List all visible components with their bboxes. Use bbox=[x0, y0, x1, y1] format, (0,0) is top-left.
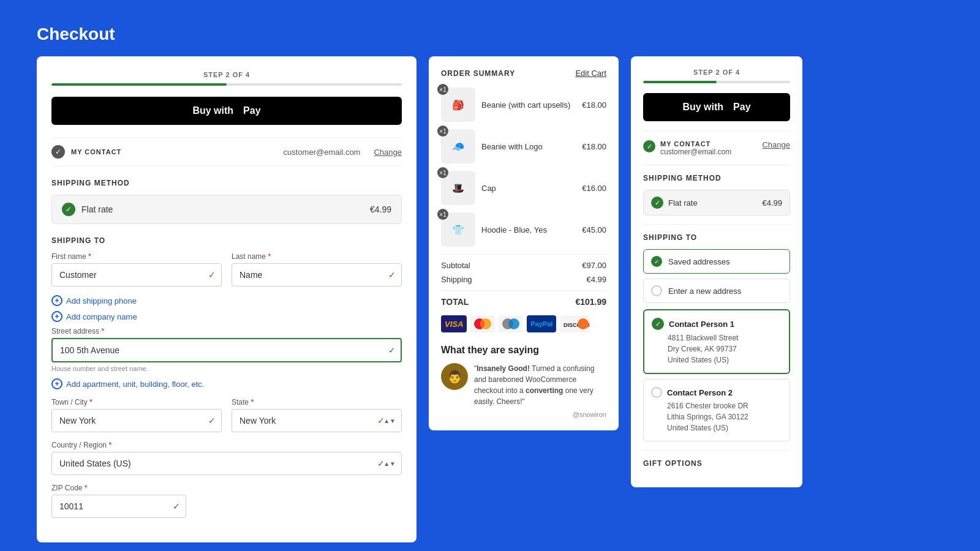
shipping-to-title-left: SHIPPING TO bbox=[51, 236, 402, 245]
shipping-to-right: SHIPPING TO ✓ Saved addresses Enter a ne… bbox=[643, 233, 790, 441]
item-name-1: Beanie (with cart upsells) bbox=[481, 100, 576, 110]
street-hint: House number and street name. bbox=[51, 365, 402, 372]
item-badge-2: ×1 bbox=[437, 126, 448, 137]
step-indicator-left: STEP 2 OF 4 bbox=[51, 71, 402, 78]
testimonial-text: "Insanely Good! Turned a confusing and b… bbox=[474, 363, 606, 407]
state-input[interactable] bbox=[232, 409, 402, 432]
add-apartment-link[interactable]: + Add apartment, unit, building, floor, … bbox=[51, 378, 402, 389]
contact-check-icon: ✓ bbox=[51, 145, 65, 159]
country-check-icon: ✓ bbox=[377, 459, 385, 468]
page-title: Checkout bbox=[37, 24, 943, 44]
apple-pay-word-left: Pay bbox=[243, 105, 260, 116]
flat-rate-name-right: Flat rate bbox=[668, 198, 757, 208]
check-circle-flat-rate-left: ✓ bbox=[62, 203, 75, 216]
state-check-icon: ✓ bbox=[377, 416, 385, 425]
maestro-icon bbox=[499, 315, 523, 332]
new-address-option[interactable]: Enter a new address bbox=[643, 279, 790, 303]
add-company-name-link[interactable]: + Add company name bbox=[51, 311, 402, 322]
zip-label: ZIP Code * bbox=[51, 484, 402, 492]
item-price-4: €45.00 bbox=[582, 225, 606, 234]
testimonial-section: What they are saying 👨 "Insanely Good! T… bbox=[441, 345, 606, 418]
step-indicator-right: STEP 2 OF 4 bbox=[643, 69, 790, 76]
gift-options-title: GIFT OPTIONS bbox=[643, 459, 790, 468]
total-label: TOTAL bbox=[441, 297, 469, 307]
item-badge-4: ×1 bbox=[437, 209, 448, 220]
town-city-input[interactable] bbox=[51, 409, 222, 432]
item-badge-1: ×1 bbox=[437, 84, 448, 95]
apple-pay-button-left[interactable]: Buy with Pay bbox=[51, 97, 402, 125]
shipping-method-title-left: SHIPPING METHOD bbox=[51, 179, 402, 187]
contact-2-address: 2616 Chester brooke DR Lithia Springs, G… bbox=[651, 400, 782, 433]
item-price-3: €16.00 bbox=[582, 184, 606, 193]
first-name-label: First name * bbox=[51, 252, 222, 261]
flat-rate-name-left: Flat rate bbox=[81, 204, 364, 214]
total-value: €101.99 bbox=[575, 297, 606, 307]
country-region-label: Country / Region * bbox=[51, 441, 402, 449]
testimonial-title: What they are saying bbox=[441, 345, 606, 356]
my-contact-label-right: MY CONTACT bbox=[660, 140, 757, 148]
contact-1-address: 4811 Blackwell Street Dry Creek, AK 9973… bbox=[652, 332, 782, 365]
discover-icon: DISCOVER bbox=[560, 315, 589, 332]
item-name-3: Cap bbox=[481, 184, 576, 193]
street-address-input[interactable] bbox=[51, 338, 402, 362]
town-city-label: Town / City * bbox=[51, 398, 222, 407]
item-name-4: Hoodie - Blue, Yes bbox=[481, 225, 576, 234]
shipping-method-left: SHIPPING METHOD ✓ Flat rate €4.99 bbox=[51, 179, 402, 224]
edit-cart-link[interactable]: Edit Cart bbox=[575, 69, 606, 78]
flat-rate-price-left: €4.99 bbox=[370, 204, 391, 214]
contact-1-name: Contact Person 1 bbox=[669, 320, 734, 329]
flat-rate-price-right: €4.99 bbox=[762, 198, 782, 208]
my-contact-change-right[interactable]: Change bbox=[762, 140, 790, 149]
svg-point-8 bbox=[578, 318, 589, 329]
contact-2-name: Contact Person 2 bbox=[667, 388, 733, 397]
contact-1-check: ✓ bbox=[652, 318, 664, 330]
item-emoji-4: 👕 bbox=[452, 224, 464, 236]
saved-addresses-option[interactable]: ✓ Saved addresses bbox=[643, 249, 790, 274]
shipping-method-right: SHIPPING METHOD ✓ Flat rate €4.99 bbox=[643, 174, 790, 216]
first-name-check-icon: ✓ bbox=[208, 270, 216, 280]
gift-options-section: GIFT OPTIONS bbox=[643, 459, 790, 468]
payment-icons-row: VISA PayPal DISCOVER bbox=[441, 315, 606, 332]
item-emoji-1: 🎒 bbox=[452, 99, 464, 111]
subtotal-value: €97.00 bbox=[582, 261, 606, 270]
apple-pay-button-right[interactable]: Buy with Pay bbox=[643, 93, 790, 121]
street-check-icon: ✓ bbox=[388, 345, 396, 355]
order-item-1: ×1 🎒 Beanie (with cart upsells) €18.00 bbox=[441, 88, 606, 122]
shipping-value: €4.99 bbox=[586, 275, 606, 284]
testimonial-avatar: 👨 bbox=[441, 363, 468, 390]
town-check-icon: ✓ bbox=[208, 416, 216, 425]
order-summary-title: ORDER SUMMARY bbox=[441, 69, 515, 78]
middle-order-panel: ORDER SUMMARY Edit Cart ×1 🎒 Beanie (wit… bbox=[429, 56, 619, 430]
order-item-2: ×1 🧢 Beanie with Logo €18.00 bbox=[441, 129, 606, 163]
item-price-2: €18.00 bbox=[582, 142, 606, 151]
contact-2-radio bbox=[651, 387, 662, 398]
last-name-check-icon: ✓ bbox=[388, 270, 396, 280]
item-emoji-3: 🎩 bbox=[452, 182, 464, 194]
shipping-label: Shipping bbox=[441, 275, 472, 284]
visa-icon: VISA bbox=[441, 315, 467, 332]
contact-change-link-left[interactable]: Change bbox=[374, 148, 402, 157]
zip-input[interactable] bbox=[51, 495, 186, 518]
contact-card-2[interactable]: Contact Person 2 2616 Chester brooke DR … bbox=[643, 379, 790, 441]
left-checkout-panel: STEP 2 OF 4 Buy with Pay ✓ MY CONTACT cu… bbox=[37, 56, 417, 542]
paypal-icon: PayPal bbox=[527, 315, 556, 332]
state-label: State * bbox=[232, 398, 402, 407]
order-item-3: ×1 🎩 Cap €16.00 bbox=[441, 171, 606, 205]
country-input[interactable] bbox=[51, 452, 402, 475]
testimonial-author: @snowiron bbox=[474, 411, 606, 418]
apple-pay-word-right: Pay bbox=[733, 102, 750, 113]
contact-card-1[interactable]: ✓ Contact Person 1 4811 Blackwell Street… bbox=[643, 309, 790, 374]
last-name-label: Last name * bbox=[232, 252, 402, 261]
shipping-to-title-right: SHIPPING TO bbox=[643, 233, 790, 242]
item-price-1: €18.00 bbox=[582, 100, 606, 110]
add-shipping-phone-link[interactable]: + Add shipping phone bbox=[51, 295, 402, 306]
first-name-input[interactable] bbox=[51, 263, 222, 287]
shipping-option-left[interactable]: ✓ Flat rate €4.99 bbox=[51, 195, 402, 224]
item-emoji-2: 🧢 bbox=[452, 141, 464, 152]
mastercard-icon bbox=[470, 315, 495, 332]
shipping-to-section-left: SHIPPING TO First name * ✓ Last name * bbox=[51, 236, 402, 518]
shipping-option-right[interactable]: ✓ Flat rate €4.99 bbox=[643, 190, 790, 216]
new-address-radio bbox=[651, 285, 662, 296]
last-name-input[interactable] bbox=[232, 263, 402, 287]
svg-point-5 bbox=[508, 318, 519, 329]
